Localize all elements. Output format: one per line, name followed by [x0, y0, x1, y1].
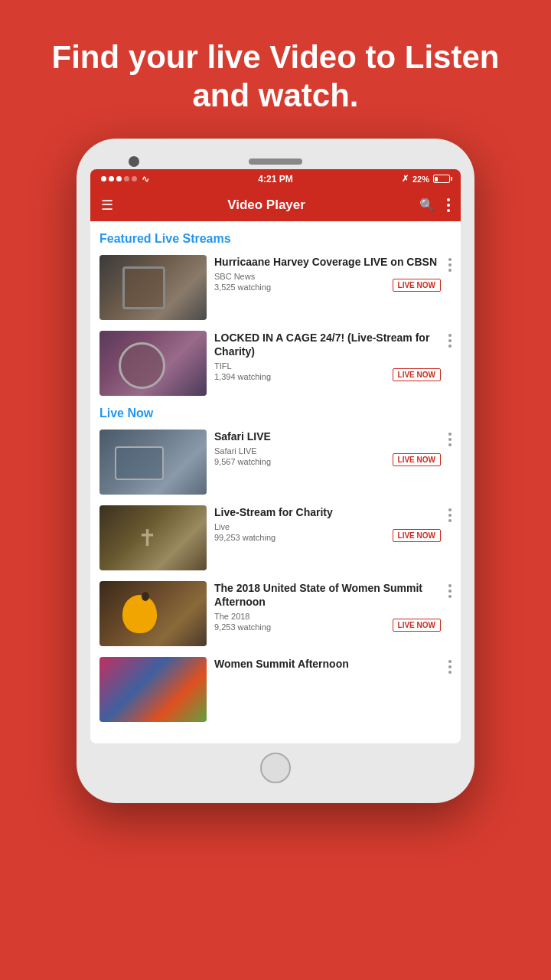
dot: [448, 345, 452, 348]
stream-title: Live-Stream for Charity: [214, 505, 441, 519]
stream-live-badge: LIVE NOW: [393, 279, 441, 292]
app-bar-icons: 🔍: [419, 198, 450, 212]
stream-thumbnail-apple: [99, 581, 207, 646]
dot: [448, 508, 452, 511]
app-bar: ☰ Video Player 🔍: [90, 189, 461, 221]
battery-icon: [433, 175, 450, 183]
content-area: Featured Live Streams Hurricaane Harvey …: [90, 221, 461, 743]
list-item[interactable]: The 2018 United State of Women Summit Af…: [99, 581, 452, 646]
stream-channel: The 2018: [214, 612, 271, 621]
stream-info-safari: Safari LIVE Safari LIVE 9,567 watching L…: [214, 430, 441, 466]
stream-live-badge: LIVE NOW: [393, 619, 441, 632]
bluetooth-icon: ✗: [402, 174, 409, 184]
dot: [448, 519, 452, 522]
stream-live-badge: LIVE NOW: [393, 453, 441, 466]
item-menu-button[interactable]: [448, 657, 452, 674]
list-item[interactable]: Safari LIVE Safari LIVE 9,567 watching L…: [99, 430, 452, 495]
stream-meta-col: SBC News 3,525 watching: [214, 272, 271, 292]
status-left: ∿: [101, 174, 149, 185]
signal-dot-5: [132, 176, 137, 181]
stream-watching: 99,253 watching: [214, 533, 276, 542]
dot: [447, 198, 450, 201]
stream-meta: Safari LIVE 9,567 watching LIVE NOW: [214, 446, 441, 466]
stream-title: Safari LIVE: [214, 430, 441, 443]
item-menu-button[interactable]: [448, 331, 452, 348]
dot: [448, 339, 452, 342]
list-item[interactable]: Hurricaane Harvey Coverage LIVE on CBSN …: [99, 255, 452, 320]
stream-live-badge: LIVE NOW: [393, 529, 441, 542]
list-item[interactable]: LOCKED IN A CAGE 24/7! (Live-Stream for …: [99, 331, 452, 396]
stream-watching: 9,253 watching: [214, 622, 271, 632]
stream-meta-col: Safari LIVE 9,567 watching: [214, 446, 271, 466]
menu-button[interactable]: ☰: [101, 197, 113, 214]
stream-title: Women Summit Afternoon: [214, 657, 441, 671]
stream-info-women: Women Summit Afternoon: [214, 657, 441, 674]
item-menu-button[interactable]: [448, 430, 452, 446]
stream-thumbnail-cage: [99, 331, 207, 396]
stream-meta: TIFL 1,394 watching LIVE NOW: [214, 361, 441, 381]
item-menu-button[interactable]: [448, 505, 452, 522]
home-button[interactable]: [260, 753, 291, 783]
signal-dot-3: [116, 176, 122, 181]
search-icon[interactable]: 🔍: [419, 198, 435, 212]
signal-dot-2: [109, 176, 114, 181]
live-now-badge: LIVE NOW: [393, 453, 441, 466]
stream-watching: 3,525 watching: [214, 283, 271, 292]
dot: [448, 263, 452, 266]
status-bar: ∿ 4:21 PM ✗ 22%: [90, 169, 461, 189]
dot: [448, 433, 452, 436]
stream-thumbnail-safari: [99, 430, 207, 495]
live-now-badge: LIVE NOW: [393, 619, 441, 632]
battery-percent: 22%: [412, 175, 429, 184]
stream-channel: TIFL: [214, 361, 271, 371]
phone-mockup: ∿ 4:21 PM ✗ 22% ☰ Video Player 🔍: [77, 139, 474, 803]
dot: [448, 443, 452, 446]
stream-meta-col: TIFL 1,394 watching: [214, 361, 271, 381]
livenow-section-title: Live Now: [99, 407, 452, 420]
dot: [448, 584, 452, 587]
stream-info-charity: Live-Stream for Charity Live 99,253 watc…: [214, 505, 441, 542]
dot: [448, 595, 452, 598]
stream-thumbnail-charity: [99, 505, 207, 570]
stream-title: Hurricaane Harvey Coverage LIVE on CBSN: [214, 255, 441, 269]
stream-channel: Live: [214, 522, 276, 531]
dot: [448, 590, 452, 593]
signal-dot-4: [124, 176, 129, 181]
signal-dots: [101, 176, 137, 181]
live-now-badge: LIVE NOW: [393, 279, 441, 292]
stream-thumbnail-women: [99, 657, 207, 722]
dot: [448, 334, 452, 337]
status-time: 4:21 PM: [258, 174, 292, 185]
stream-watching: 1,394 watching: [214, 372, 271, 381]
speaker-grille: [249, 158, 302, 165]
dot: [448, 671, 452, 674]
wifi-icon: ∿: [142, 174, 149, 185]
stream-info-harvey: Hurricaane Harvey Coverage LIVE on CBSN …: [214, 255, 441, 292]
app-title: Video Player: [113, 198, 419, 213]
hero-title: Find your live Video to Listen and watch…: [0, 0, 551, 139]
live-now-badge: LIVE NOW: [393, 368, 441, 381]
more-options-button[interactable]: [447, 198, 450, 212]
dot: [448, 258, 452, 261]
stream-channel: Safari LIVE: [214, 446, 271, 456]
stream-channel: SBC News: [214, 272, 271, 281]
stream-meta: The 2018 9,253 watching LIVE NOW: [214, 612, 441, 632]
stream-meta: SBC News 3,525 watching LIVE NOW: [214, 272, 441, 292]
dot: [448, 438, 452, 441]
stream-info-cage: LOCKED IN A CAGE 24/7! (Live-Stream for …: [214, 331, 441, 381]
dot: [448, 665, 452, 668]
stream-thumbnail-harvey: [99, 255, 207, 320]
stream-meta-col: The 2018 9,253 watching: [214, 612, 271, 632]
list-item[interactable]: Women Summit Afternoon: [99, 657, 452, 722]
stream-info-apple: The 2018 United State of Women Summit Af…: [214, 581, 441, 632]
battery-fill: [435, 177, 438, 181]
stream-meta-col: Live 99,253 watching: [214, 522, 276, 542]
dot: [448, 269, 452, 272]
stream-meta: Live 99,253 watching LIVE NOW: [214, 522, 441, 542]
item-menu-button[interactable]: [448, 255, 452, 272]
dot: [448, 660, 452, 663]
item-menu-button[interactable]: [448, 581, 452, 598]
stream-title: LOCKED IN A CAGE 24/7! (Live-Stream for …: [214, 331, 441, 358]
list-item[interactable]: Live-Stream for Charity Live 99,253 watc…: [99, 505, 452, 570]
signal-dot-1: [101, 176, 106, 181]
